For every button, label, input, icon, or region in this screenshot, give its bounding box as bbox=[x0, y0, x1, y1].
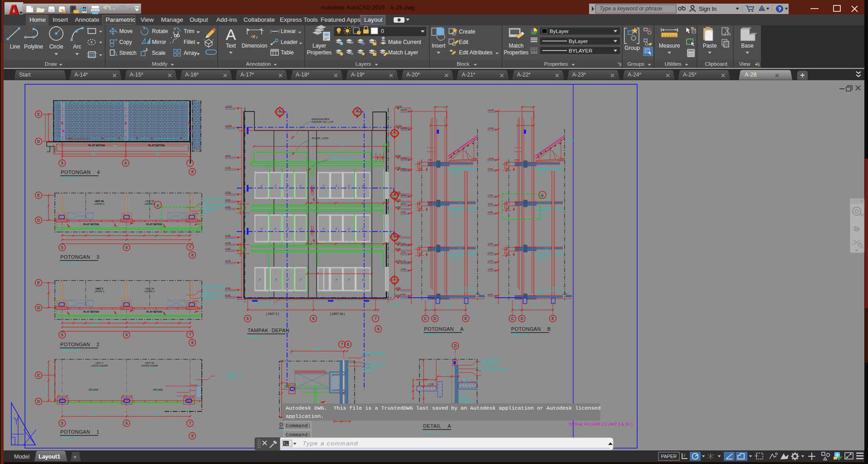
svg-text:15: 15 bbox=[430, 377, 433, 379]
svg-text:178: 178 bbox=[408, 181, 410, 185]
svg-text:90: 90 bbox=[126, 393, 128, 396]
svg-text:+0.25: +0.25 bbox=[451, 293, 456, 295]
svg-text:100: 100 bbox=[408, 118, 410, 122]
svg-text:100: 100 bbox=[429, 307, 432, 309]
svg-text:Base: Base bbox=[741, 43, 754, 49]
svg-text:115: 115 bbox=[325, 241, 328, 243]
svg-text:+6.98: +6.98 bbox=[152, 314, 157, 316]
svg-text:PVC Ø 3": PVC Ø 3" bbox=[227, 377, 236, 379]
svg-text:PLAT BETON: PLAT BETON bbox=[148, 144, 165, 147]
svg-text:Output: Output bbox=[190, 16, 208, 23]
svg-text:5: 5 bbox=[61, 421, 63, 425]
svg-text:+10.00: +10.00 bbox=[488, 157, 494, 160]
svg-text:+9.28: +9.28 bbox=[453, 170, 458, 173]
svg-text:PENEBALAN DINDING: PENEBALAN DINDING bbox=[364, 363, 386, 366]
svg-text:+7.00: +7.00 bbox=[147, 206, 152, 208]
svg-text:200: 200 bbox=[535, 307, 539, 309]
svg-text:DILATASI BANGUNAN: DILATASI BANGUNAN bbox=[203, 286, 224, 288]
svg-text:A-23*: A-23* bbox=[572, 72, 586, 78]
svg-text:40: 40 bbox=[379, 150, 381, 152]
svg-text:A-16*: A-16* bbox=[185, 72, 199, 78]
svg-text:Collaborate: Collaborate bbox=[244, 16, 275, 23]
svg-text:+0.40: +0.40 bbox=[317, 300, 322, 301]
svg-text:DETAIL A: DETAIL A bbox=[423, 423, 451, 429]
svg-text:PAPER: PAPER bbox=[661, 454, 677, 459]
svg-text:+75: +75 bbox=[424, 244, 427, 246]
svg-text:290: 290 bbox=[237, 140, 239, 144]
svg-text:255: 255 bbox=[237, 179, 239, 183]
svg-text:PVC Ø 3": PVC Ø 3" bbox=[203, 299, 212, 301]
svg-text:Edit Attributes: Edit Attributes bbox=[459, 49, 493, 56]
svg-text:Block: Block bbox=[457, 61, 469, 67]
svg-text:+0.40: +0.40 bbox=[225, 287, 230, 290]
svg-text:ARCADE: ARCADE bbox=[88, 388, 98, 391]
svg-text:100: 100 bbox=[237, 161, 239, 165]
svg-text:SKALA 1 : 50: SKALA 1 : 50 bbox=[62, 349, 78, 352]
svg-text:+10.00: +10.00 bbox=[400, 157, 407, 160]
svg-text:+1.75: +1.75 bbox=[488, 260, 493, 262]
svg-text:E: E bbox=[37, 280, 40, 285]
svg-text:+4.60: +4.60 bbox=[488, 211, 493, 213]
svg-text:POTONGAN 2: POTONGAN 2 bbox=[60, 342, 99, 347]
svg-text:+13.50: +13.50 bbox=[400, 127, 407, 129]
svg-text:Clipboard: Clipboard bbox=[705, 61, 727, 67]
svg-text:+75: +75 bbox=[511, 244, 514, 246]
svg-text:Circle: Circle bbox=[49, 44, 63, 50]
svg-text:5: 5 bbox=[61, 333, 63, 337]
svg-text:350: 350 bbox=[408, 142, 410, 146]
svg-text:275: 275 bbox=[46, 299, 48, 303]
svg-text:A-15*: A-15* bbox=[130, 72, 143, 78]
svg-text:D: D bbox=[454, 343, 457, 348]
svg-text:+11.50: +11.50 bbox=[225, 125, 232, 127]
svg-text:+0.30: +0.30 bbox=[147, 367, 152, 370]
svg-text:110: 110 bbox=[116, 233, 119, 235]
svg-text:Leader: Leader bbox=[281, 39, 297, 45]
svg-text:Utilities: Utilities bbox=[664, 61, 681, 67]
svg-text:100: 100 bbox=[46, 388, 48, 392]
svg-text:A-20*: A-20* bbox=[406, 72, 420, 78]
svg-text:A-25*: A-25* bbox=[683, 72, 697, 78]
svg-text:+0.15: +0.15 bbox=[334, 300, 338, 301]
svg-text:725: 725 bbox=[527, 104, 531, 106]
svg-text:185: 185 bbox=[166, 233, 170, 235]
svg-text:Make Current: Make Current bbox=[388, 39, 421, 45]
svg-text:7: 7 bbox=[189, 245, 191, 249]
svg-text:8: 8 bbox=[347, 342, 349, 347]
svg-text:160: 160 bbox=[495, 281, 497, 285]
svg-text:300: 300 bbox=[46, 126, 48, 129]
svg-text:12.5: 12.5 bbox=[421, 381, 423, 385]
svg-text:110: 110 bbox=[78, 233, 81, 235]
svg-text:342.5: 342.5 bbox=[92, 324, 97, 327]
svg-text:PLESTER/ACI + CAT: PLESTER/ACI + CAT bbox=[481, 362, 501, 364]
svg-text:+5.10: +5.10 bbox=[225, 199, 230, 201]
svg-text:150: 150 bbox=[372, 200, 375, 203]
svg-text:Copy: Copy bbox=[119, 39, 132, 45]
svg-text:3: 3 bbox=[394, 192, 395, 196]
svg-text:36: 36 bbox=[443, 374, 446, 376]
svg-text:±0.00: ±0.00 bbox=[400, 293, 406, 295]
svg-text:+9.28: +9.28 bbox=[540, 170, 545, 173]
svg-text:Line: Line bbox=[10, 44, 20, 50]
svg-text:KERAMIK: KERAMIK bbox=[463, 379, 472, 381]
svg-text:DILATASI BANGUNAN: DILATASI BANGUNAN bbox=[364, 352, 385, 354]
svg-text:A-21*: A-21* bbox=[462, 72, 475, 78]
svg-text:2D: 2D bbox=[860, 213, 864, 217]
svg-text:+75: +75 bbox=[424, 157, 427, 159]
svg-text:PVC Ø 3": PVC Ø 3" bbox=[364, 370, 373, 372]
svg-text:+6.40: +6.40 bbox=[400, 203, 406, 205]
svg-text:8: 8 bbox=[191, 434, 194, 438]
svg-text:Scale: Scale bbox=[152, 50, 166, 56]
svg-text:A-14*: A-14* bbox=[74, 72, 88, 78]
svg-text:Stretch: Stretch bbox=[119, 50, 137, 56]
svg-text:PLAFOND: PLAFOND bbox=[537, 173, 546, 175]
svg-text:185: 185 bbox=[133, 320, 137, 323]
svg-text:+75: +75 bbox=[511, 157, 514, 159]
svg-text:185: 185 bbox=[95, 320, 99, 323]
svg-text:+0.20: +0.20 bbox=[156, 392, 161, 394]
svg-text:Layers: Layers bbox=[356, 61, 371, 67]
svg-text:+7.50: +7.50 bbox=[488, 194, 493, 196]
svg-text:+9.28: +9.28 bbox=[488, 168, 493, 170]
svg-text:Linear: Linear bbox=[281, 28, 296, 34]
svg-text:Autodesk DWG. This file is a: Autodesk DWG. This file is a TrustedDWG … bbox=[286, 405, 600, 411]
svg-text:12.5: 12.5 bbox=[421, 390, 423, 394]
